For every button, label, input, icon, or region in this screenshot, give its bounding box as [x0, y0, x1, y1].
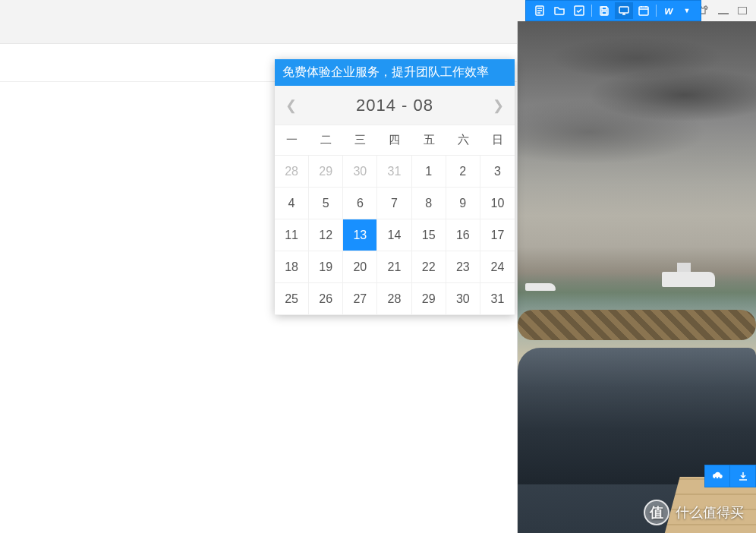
desktop-wallpaper	[518, 21, 756, 533]
calendar-day[interactable]: 11	[275, 219, 309, 251]
calendar-icon[interactable]	[635, 2, 653, 19]
weekday-header: 五	[412, 125, 446, 156]
toolbar-separator	[591, 5, 592, 17]
svg-rect-2	[602, 7, 606, 10]
calendar-day[interactable]: 10	[480, 188, 515, 219]
svg-rect-4	[619, 7, 628, 13]
calendar-day[interactable]: 19	[309, 251, 343, 283]
weekday-header: 三	[343, 125, 377, 156]
calendar-day[interactable]: 8	[412, 188, 446, 219]
svg-rect-5	[639, 7, 648, 15]
calendar-day[interactable]: 7	[377, 188, 411, 219]
window-maximize-button[interactable]	[738, 7, 747, 14]
boat-decoration	[525, 283, 556, 291]
next-month-button[interactable]: ❯	[493, 97, 504, 114]
rope-decoration	[518, 310, 756, 340]
blue-toolbar: w ▼	[525, 0, 701, 21]
window-minimize-button[interactable]	[718, 7, 729, 14]
calendar-day[interactable]: 24	[480, 251, 515, 283]
calendar-day[interactable]: 6	[343, 188, 377, 219]
calendar-day[interactable]: 12	[309, 219, 343, 251]
calendar-day[interactable]: 20	[343, 251, 377, 283]
calendar-day[interactable]: 29	[412, 283, 446, 315]
cloud-sync-button[interactable]	[704, 465, 730, 487]
weekday-header: 一	[275, 125, 309, 156]
weekday-header: 四	[377, 125, 411, 156]
calendar-day[interactable]: 5	[309, 188, 343, 219]
calendar-day[interactable]: 27	[343, 283, 377, 315]
svg-rect-3	[602, 11, 606, 14]
calendar-day[interactable]: 30	[446, 283, 480, 315]
weekday-header: 日	[480, 125, 515, 156]
toolbar-separator	[656, 5, 657, 17]
calendar-day[interactable]: 4	[275, 188, 309, 219]
calendar-day[interactable]: 26	[309, 283, 343, 315]
weekday-header: 六	[446, 125, 480, 156]
hull-decoration	[518, 348, 756, 484]
svg-point-6	[715, 477, 717, 478]
calendar-day[interactable]: 31	[377, 156, 411, 188]
calendar-day[interactable]: 23	[446, 251, 480, 283]
calendar-day[interactable]: 30	[343, 156, 377, 188]
check-icon[interactable]	[570, 2, 588, 19]
watermark-badge: 值	[644, 500, 669, 525]
calendar-title[interactable]: 2014 - 08	[356, 96, 433, 115]
calendar-day[interactable]: 21	[377, 251, 411, 283]
cloud-layer	[518, 21, 756, 267]
calendar-day[interactable]: 17	[480, 219, 515, 251]
calendar-day[interactable]: 28	[275, 156, 309, 188]
calendar-day-grid: 2829303112345678910111213141516171819202…	[275, 156, 515, 315]
svg-point-7	[718, 477, 720, 478]
calendar-weekday-row: 一二三四五六日	[275, 125, 515, 156]
prev-month-button[interactable]: ❮	[285, 97, 297, 114]
wiz-icon[interactable]: w	[660, 2, 678, 19]
floating-pills	[704, 465, 756, 487]
dropdown-icon[interactable]: ▼	[678, 2, 696, 19]
calendar-day[interactable]: 13	[343, 219, 377, 251]
calendar-day[interactable]: 2	[446, 156, 480, 188]
calendar-day[interactable]: 25	[275, 283, 309, 315]
page-icon[interactable]	[531, 2, 549, 19]
save-icon[interactable]	[595, 2, 613, 19]
watermark: 值 什么值得买	[644, 500, 744, 525]
calendar-nav: ❮ 2014 - 08 ❯	[275, 86, 515, 125]
screen-icon[interactable]	[615, 2, 633, 19]
calendar-day[interactable]: 9	[446, 188, 480, 219]
watermark-text: 什么值得买	[676, 503, 744, 522]
calendar-day[interactable]: 29	[309, 156, 343, 188]
calendar-day[interactable]: 15	[412, 219, 446, 251]
weekday-header: 二	[309, 125, 343, 156]
header-strip	[0, 21, 517, 44]
calendar-day[interactable]: 3	[480, 156, 515, 188]
calendar-day[interactable]: 31	[480, 283, 515, 315]
calendar-day[interactable]: 22	[412, 251, 446, 283]
calendar-banner[interactable]: 免费体验企业服务，提升团队工作效率	[275, 59, 515, 86]
calendar-widget: 免费体验企业服务，提升团队工作效率 ❮ 2014 - 08 ❯ 一二三四五六日 …	[275, 59, 515, 315]
folder-icon[interactable]	[550, 2, 569, 19]
download-button[interactable]	[730, 465, 756, 487]
calendar-day[interactable]: 16	[446, 219, 480, 251]
calendar-day[interactable]: 28	[377, 283, 411, 315]
calendar-day[interactable]: 14	[377, 219, 411, 251]
boat-decoration	[662, 272, 715, 287]
calendar-day[interactable]: 1	[412, 156, 446, 188]
calendar-day[interactable]: 18	[275, 251, 309, 283]
